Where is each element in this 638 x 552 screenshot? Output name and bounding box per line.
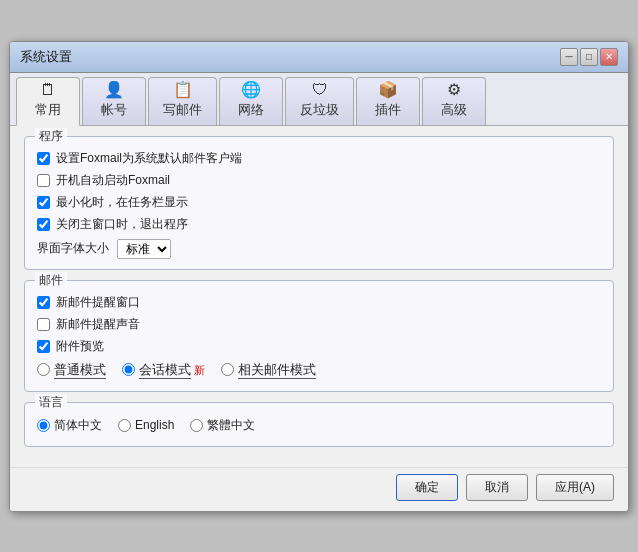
network-icon: 🌐 [241,82,261,98]
checkbox-minimize-taskbar[interactable] [37,196,50,209]
tab-common[interactable]: 🗒 常用 [16,77,80,126]
checkbox-new-mail-popup[interactable] [37,296,50,309]
compose-icon: 📋 [173,82,193,98]
language-group: 语言 简体中文 English 繁體中文 [24,402,614,447]
font-size-select[interactable]: 小 标准 大 [117,239,171,259]
radio-item-traditional: 繁體中文 [190,417,255,434]
account-icon: 👤 [104,82,124,98]
window-title: 系统设置 [20,48,72,66]
checkbox-row-attachment-preview: 附件预览 [37,338,601,355]
program-group: 程序 设置Foxmail为系统默认邮件客户端 开机自动启动Foxmail 最小化… [24,136,614,270]
checkbox-close-exit[interactable] [37,218,50,231]
plugin-icon: 📦 [378,82,398,98]
cancel-button[interactable]: 取消 [466,474,528,501]
tab-plugin[interactable]: 📦 插件 [356,77,420,125]
system-settings-window: 系统设置 ─ □ ✕ 🗒 常用 👤 帐号 📋 写邮件 🌐 网络 🛡 反垃圾 [9,41,629,512]
tab-common-label: 常用 [35,101,61,119]
tab-compose-label: 写邮件 [163,101,202,119]
radio-item-chat: 会话模式 新 [122,361,205,379]
checkbox-new-mail-sound[interactable] [37,318,50,331]
checkbox-row-new-mail-sound: 新邮件提醒声音 [37,316,601,333]
label-auto-start[interactable]: 开机自动启动Foxmail [56,172,170,189]
tab-junk-label: 反垃圾 [300,101,339,119]
mail-group: 邮件 新邮件提醒窗口 新邮件提醒声音 附件预览 普通模式 [24,280,614,392]
font-size-label: 界面字体大小 [37,240,109,257]
checkbox-attachment-preview[interactable] [37,340,50,353]
tab-account-label: 帐号 [101,101,127,119]
radio-item-simplified: 简体中文 [37,417,102,434]
tab-account[interactable]: 👤 帐号 [82,77,146,125]
checkbox-row-close-exit: 关闭主窗口时，退出程序 [37,216,601,233]
label-related-mode[interactable]: 相关邮件模式 [238,361,316,379]
mail-group-label: 邮件 [35,272,67,289]
tab-advanced-label: 高级 [441,101,467,119]
radio-chat-mode[interactable] [122,363,135,376]
ok-button[interactable]: 确定 [396,474,458,501]
checkbox-row-default-client: 设置Foxmail为系统默认邮件客户端 [37,150,601,167]
maximize-button[interactable]: □ [580,48,598,66]
radio-item-english: English [118,418,174,432]
label-new-mail-sound[interactable]: 新邮件提醒声音 [56,316,140,333]
label-minimize-taskbar[interactable]: 最小化时，在任务栏显示 [56,194,188,211]
label-default-client[interactable]: 设置Foxmail为系统默认邮件客户端 [56,150,242,167]
apply-button[interactable]: 应用(A) [536,474,614,501]
advanced-icon: ⚙ [447,82,461,98]
common-icon: 🗒 [40,82,56,98]
checkbox-auto-start[interactable] [37,174,50,187]
tab-network-label: 网络 [238,101,264,119]
language-group-label: 语言 [35,394,67,411]
title-bar: 系统设置 ─ □ ✕ [10,42,628,73]
checkbox-default-client[interactable] [37,152,50,165]
radio-traditional[interactable] [190,419,203,432]
tab-network[interactable]: 🌐 网络 [219,77,283,125]
label-close-exit[interactable]: 关闭主窗口时，退出程序 [56,216,188,233]
radio-english[interactable] [118,419,131,432]
label-attachment-preview[interactable]: 附件预览 [56,338,104,355]
label-simplified[interactable]: 简体中文 [54,417,102,434]
tab-advanced[interactable]: ⚙ 高级 [422,77,486,125]
label-new-mail-popup[interactable]: 新邮件提醒窗口 [56,294,140,311]
radio-item-normal: 普通模式 [37,361,106,379]
radio-item-related: 相关邮件模式 [221,361,316,379]
radio-related-mode[interactable] [221,363,234,376]
minimize-button[interactable]: ─ [560,48,578,66]
checkbox-row-new-mail-popup: 新邮件提醒窗口 [37,294,601,311]
junk-icon: 🛡 [312,82,328,98]
radio-simplified[interactable] [37,419,50,432]
close-button[interactable]: ✕ [600,48,618,66]
language-radio-group: 简体中文 English 繁體中文 [37,417,601,434]
view-mode-radio-group: 普通模式 会话模式 新 相关邮件模式 [37,361,601,379]
label-chat-mode[interactable]: 会话模式 新 [139,361,205,379]
font-size-row: 界面字体大小 小 标准 大 [37,239,601,259]
button-bar: 确定 取消 应用(A) [10,467,628,511]
radio-normal-mode[interactable] [37,363,50,376]
title-controls: ─ □ ✕ [560,48,618,66]
tab-junk[interactable]: 🛡 反垃圾 [285,77,354,125]
tab-plugin-label: 插件 [375,101,401,119]
program-group-label: 程序 [35,128,67,145]
tab-compose[interactable]: 📋 写邮件 [148,77,217,125]
label-normal-mode[interactable]: 普通模式 [54,361,106,379]
checkbox-row-auto-start: 开机自动启动Foxmail [37,172,601,189]
label-english[interactable]: English [135,418,174,432]
new-badge: 新 [194,364,205,376]
checkbox-row-minimize: 最小化时，在任务栏显示 [37,194,601,211]
tab-bar: 🗒 常用 👤 帐号 📋 写邮件 🌐 网络 🛡 反垃圾 📦 插件 ⚙ 高级 [10,73,628,126]
main-content: 程序 设置Foxmail为系统默认邮件客户端 开机自动启动Foxmail 最小化… [10,126,628,467]
label-traditional[interactable]: 繁體中文 [207,417,255,434]
